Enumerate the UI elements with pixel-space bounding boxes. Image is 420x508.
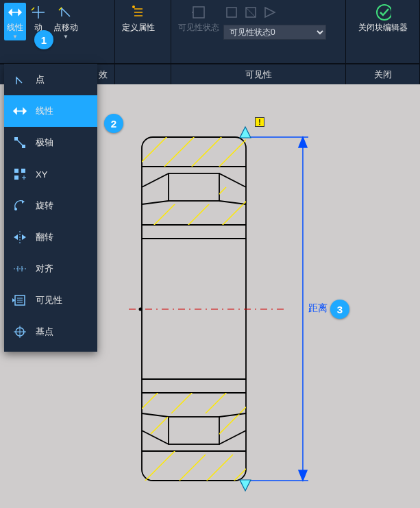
svg-line-59 (219, 431, 246, 444)
point-icon (11, 71, 29, 88)
point-move-button[interactable]: 点移动 ▼ (51, 3, 81, 40)
move-icon (30, 4, 47, 21)
dropdown-item-rotate[interactable]: 旋转 (4, 190, 97, 221)
svg-line-15 (246, 8, 256, 17)
dropdown-item-visibility[interactable]: 可见性 (4, 285, 97, 316)
dropdown-item-polar[interactable]: 极轴 (4, 127, 97, 158)
dropdown-item-label: 线性 (36, 105, 53, 117)
svg-rect-52 (169, 173, 219, 201)
dropdown-item-linear[interactable]: 线性 (4, 95, 97, 127)
visibility-state-combo[interactable]: 可见性状态0 (223, 25, 326, 40)
svg-line-58 (142, 431, 169, 444)
ribbon-panel-title-attr (115, 63, 171, 64)
ribbon2-cell-2 (115, 64, 171, 84)
svg-line-56 (219, 201, 246, 204)
svg-marker-19 (14, 108, 16, 114)
svg-rect-57 (169, 417, 219, 444)
svg-marker-20 (23, 108, 26, 114)
ribbon-panel-title-close (346, 63, 419, 64)
visibility-state-label: 可见性状态 (178, 22, 219, 34)
svg-marker-87 (240, 127, 251, 138)
svg-marker-2 (18, 10, 21, 15)
point-move-icon (58, 4, 74, 21)
svg-point-10 (132, 5, 135, 8)
define-attr-label: 定义属性 (122, 22, 155, 34)
svg-line-60 (142, 413, 169, 417)
svg-line-5 (32, 8, 34, 10)
warning-marker[interactable]: ! (255, 117, 264, 127)
dropdown-arrow-icon: ▼ (12, 35, 18, 39)
ribbon-panel-visibility: 可见性状态 ▼ 可见性状态0 (171, 0, 346, 64)
xy-icon (11, 165, 29, 183)
svg-line-23 (17, 140, 23, 145)
callout-1: 1 (34, 30, 53, 49)
svg-marker-88 (240, 480, 251, 491)
rotate-icon (11, 197, 29, 215)
dropdown-item-xy[interactable]: XY (4, 158, 97, 190)
svg-line-55 (142, 201, 169, 204)
svg-point-17 (377, 5, 391, 20)
close-block-editor-label: 关闭块编辑器 (358, 22, 408, 34)
linear-icon (11, 102, 29, 120)
dropdown-item-label: XY (36, 169, 47, 180)
svg-line-72 (185, 455, 233, 503)
list-icon (11, 291, 29, 309)
visibility-state-button[interactable]: 可见性状态 ▼ (175, 3, 222, 40)
dropdown-item-point[interactable]: 点 (4, 64, 97, 95)
dropdown-item-flip[interactable]: 翻转 (4, 221, 97, 253)
svg-line-70 (130, 448, 178, 496)
align-icon (11, 260, 29, 278)
basepoint-icon (11, 323, 29, 341)
ribbon-panel-attr: 定义属性 ▼ (115, 0, 171, 64)
define-attr-button[interactable]: 定义属性 ▼ (119, 3, 158, 40)
close-block-editor-button[interactable]: 关闭块编辑器 ▼ (356, 3, 410, 40)
dropdown-item-align[interactable]: 对齐 (4, 253, 97, 285)
linear-icon (7, 4, 23, 21)
ribbon2-cell-4: 关闭 (346, 64, 420, 84)
dropdown-item-label: 基点 (36, 326, 53, 338)
attr-list-icon (130, 4, 147, 21)
ribbon-bar: 线性 ▼ 动 ▼ 点移动 ▼ (0, 0, 420, 64)
callout-3: 3 (330, 300, 349, 319)
linear-param-label: 线性 (7, 22, 23, 34)
ribbon2-cell-3: 可见性 (171, 64, 346, 84)
dropdown-item-basepoint[interactable]: 基点 (4, 316, 97, 348)
ribbon-panel-params: 线性 ▼ 动 ▼ 点移动 ▼ (0, 0, 115, 64)
svg-line-61 (219, 413, 246, 417)
ribbon-panel-close: 关闭块编辑器 ▼ (346, 0, 420, 64)
callout-2: 2 (104, 114, 123, 133)
flip-icon (11, 228, 29, 246)
svg-line-54 (219, 173, 246, 187)
dropdown-arrow-icon: ▼ (63, 35, 69, 39)
svg-rect-13 (227, 8, 236, 17)
param-dropdown-menu: 点 线性 极轴 XY 旋转 翻转 对齐 可见性 基点 (4, 64, 97, 352)
svg-line-71 (158, 455, 206, 503)
svg-line-76 (178, 365, 254, 441)
svg-marker-32 (14, 234, 18, 240)
svg-marker-16 (265, 8, 275, 17)
svg-line-53 (142, 173, 169, 187)
svg-marker-1 (9, 10, 12, 15)
visibility-tool3-icon[interactable] (262, 4, 278, 21)
dropdown-item-label: 翻转 (36, 231, 53, 243)
svg-line-77 (206, 372, 281, 448)
svg-marker-30 (22, 200, 25, 204)
svg-rect-24 (14, 169, 18, 173)
dropdown-item-label: 旋转 (36, 199, 53, 212)
linear-param-button[interactable]: 线性 ▼ (4, 3, 26, 40)
dropdown-item-label: 可见性 (36, 294, 62, 306)
svg-line-68 (178, 194, 254, 269)
visibility-tool2-icon[interactable] (243, 4, 259, 21)
svg-point-81 (139, 308, 143, 311)
dropdown-item-label: 对齐 (36, 263, 53, 275)
svg-rect-26 (21, 169, 25, 173)
dimension-label: 距离 (308, 302, 328, 315)
polar-icon (11, 134, 29, 152)
dropdown-item-label: 极轴 (36, 136, 53, 149)
svg-marker-85 (299, 137, 307, 147)
visibility-tool1-icon[interactable] (223, 4, 240, 21)
svg-marker-33 (22, 234, 26, 240)
svg-marker-86 (299, 470, 307, 481)
dropdown-item-label: 点 (36, 73, 45, 86)
point-move-label: 点移动 (53, 22, 78, 34)
